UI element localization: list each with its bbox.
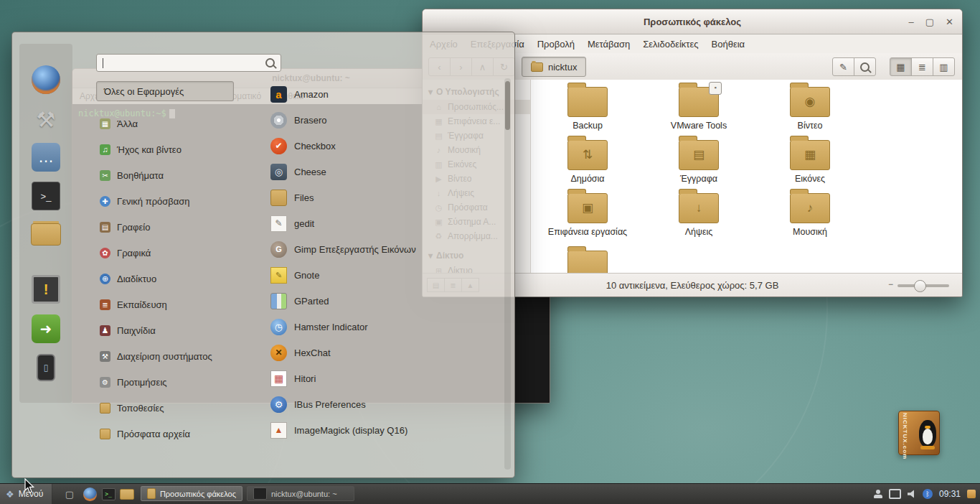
category-recent-files[interactable]: Πρόσφατα αρχεία bbox=[100, 423, 261, 444]
folder-emblem-icon: ♪ bbox=[791, 194, 829, 223]
menu-go[interactable]: Μετάβαση bbox=[588, 39, 630, 50]
folder-icon: ⇅ bbox=[567, 140, 608, 170]
terminal-launcher-button[interactable]: >_ bbox=[100, 487, 116, 501]
menu-bookmarks[interactable]: Σελιδοδείκτες bbox=[643, 39, 698, 50]
tray-extra-icon[interactable] bbox=[967, 490, 976, 498]
maximize-icon[interactable]: ▢ bbox=[925, 17, 934, 27]
folder-emblem-icon: ▦ bbox=[791, 141, 829, 169]
folder-item[interactable]: ▤ Έγγραφα bbox=[645, 140, 753, 184]
minimize-icon[interactable]: – bbox=[909, 17, 914, 27]
app-icon: ▦ bbox=[270, 370, 287, 387]
scrollbar[interactable] bbox=[504, 78, 511, 470]
terminal-launcher[interactable]: >_ bbox=[30, 180, 62, 212]
app-item-gnote[interactable]: ✎Gnote bbox=[270, 264, 507, 286]
menu-view[interactable]: Προβολή bbox=[537, 39, 575, 50]
search-icon bbox=[860, 62, 870, 72]
zoom-out-icon[interactable]: − bbox=[888, 279, 893, 289]
category-graphics[interactable]: ✿Γραφικά bbox=[100, 242, 261, 263]
edit-location-button[interactable]: ✎ bbox=[832, 57, 854, 76]
app-item-checkbox[interactable]: ✔Checkbox bbox=[270, 135, 507, 157]
folder-item[interactable]: Backup bbox=[534, 87, 641, 131]
logout-launcher[interactable]: ➜ bbox=[30, 313, 62, 345]
category-icon: ≣ bbox=[100, 299, 110, 310]
category-icon: ⚒ bbox=[100, 351, 110, 362]
app-icon: G bbox=[270, 241, 287, 258]
folder-icon bbox=[567, 87, 608, 117]
app-item-gimp[interactable]: GGimp Επεξεργαστής Εικόνων bbox=[270, 238, 507, 260]
category-sound-video[interactable]: ♫Ήχος και βίντεο bbox=[100, 139, 261, 160]
tools-launcher[interactable]: ⚒ bbox=[30, 103, 62, 135]
devices-launcher[interactable]: ▯ bbox=[30, 352, 62, 383]
app-item-gparted[interactable]: GParted bbox=[270, 290, 507, 312]
browser-launcher[interactable] bbox=[30, 64, 62, 95]
volume-indicator-icon[interactable] bbox=[908, 490, 916, 498]
app-item-amazon[interactable]: aAmazon bbox=[270, 83, 507, 105]
scrollbar-thumb[interactable] bbox=[505, 81, 510, 130]
app-item-hitori[interactable]: ▦Hitori bbox=[270, 368, 507, 389]
firefox-icon bbox=[32, 65, 60, 94]
window-title: Προσωπικός φάκελος bbox=[644, 17, 741, 27]
folder-item[interactable]: ⇅ Δημόσια bbox=[534, 140, 641, 184]
category-games[interactable]: ♟Παιχνίδια bbox=[100, 319, 261, 341]
app-icon: ◎ bbox=[270, 164, 287, 180]
folder-icon bbox=[31, 223, 61, 246]
app-icon bbox=[270, 112, 287, 129]
all-applications-button[interactable]: Όλες οι Εφαρμογές bbox=[96, 81, 234, 101]
clock[interactable]: 09:31 bbox=[939, 489, 961, 499]
path-bar-button[interactable]: nicktux bbox=[522, 57, 586, 77]
category-universal-access[interactable]: ✚Γενική πρόσβαση bbox=[100, 190, 261, 212]
category-icon: ▦ bbox=[100, 118, 110, 129]
display-settings-launcher[interactable]: ! bbox=[30, 274, 62, 305]
taskbar-window-file-manager[interactable]: Προσωπικός φάκελος bbox=[141, 486, 242, 501]
folder-item[interactable]: ♪ Μουσική bbox=[756, 193, 864, 237]
messenger-launcher[interactable]: … bbox=[30, 141, 62, 173]
folder-item[interactable]: ↓ Λήψεις bbox=[645, 193, 753, 237]
search-button[interactable] bbox=[854, 57, 876, 76]
folder-item[interactable]: ◉ Βίντεο bbox=[756, 87, 864, 131]
category-system-admin[interactable]: ⚒Διαχείριση συστήματος bbox=[100, 345, 261, 367]
app-item-ibus[interactable]: ⚙IBus Preferences bbox=[270, 393, 507, 415]
app-item-hexchat[interactable]: ✕HexChat bbox=[270, 342, 507, 363]
zoom-slider-thumb[interactable] bbox=[914, 280, 926, 292]
category-other[interactable]: ▦Άλλα bbox=[100, 113, 261, 134]
category-preferences[interactable]: ⚙Προτιμήσεις bbox=[100, 371, 261, 393]
display-indicator-icon[interactable] bbox=[889, 489, 901, 499]
category-accessories[interactable]: ✂Βοηθήματα bbox=[100, 164, 261, 186]
folder-item[interactable]: ▪ VMware Tools bbox=[645, 87, 753, 131]
category-places[interactable]: Τοποθεσίες bbox=[100, 397, 261, 419]
app-icon: ◷ bbox=[270, 319, 287, 335]
close-icon[interactable]: ✕ bbox=[946, 17, 953, 27]
category-education[interactable]: ≣Εκπαίδευση bbox=[100, 294, 261, 315]
category-icon: ⚙ bbox=[100, 377, 110, 388]
compact-view-button[interactable]: ▥ bbox=[933, 57, 955, 76]
category-icon: ♫ bbox=[100, 144, 110, 155]
app-item-gedit[interactable]: ✎gedit bbox=[270, 213, 507, 234]
folder-icon: ▤ bbox=[679, 140, 719, 170]
category-internet[interactable]: ⊕Διαδίκτυο bbox=[100, 268, 261, 289]
list-view-button[interactable]: ≣ bbox=[911, 57, 933, 76]
file-manager-launcher-button[interactable] bbox=[119, 487, 135, 501]
folder-item[interactable]: ▦ Εικόνες bbox=[756, 140, 864, 184]
show-desktop-button[interactable]: ▢ bbox=[62, 487, 77, 501]
firefox-launcher-button[interactable] bbox=[82, 487, 98, 501]
menu-help[interactable]: Βοήθεια bbox=[712, 39, 745, 50]
category-office[interactable]: ▤Γραφείο bbox=[100, 216, 261, 238]
bluetooth-indicator-icon[interactable]: ᛒ bbox=[923, 489, 933, 499]
taskbar-window-terminal[interactable]: nicktux@ubuntu: ~ bbox=[247, 486, 354, 501]
folder-icon: ▦ bbox=[790, 140, 830, 170]
search-input[interactable] bbox=[96, 54, 281, 72]
icon-view-button[interactable]: ▦ bbox=[890, 57, 912, 76]
file-manager-titlebar[interactable]: Προσωπικός φάκελος – ▢ ✕ bbox=[423, 9, 962, 34]
app-item-files[interactable]: Files bbox=[270, 187, 507, 208]
app-item-cheese[interactable]: ◎Cheese bbox=[270, 161, 507, 182]
app-item-brasero[interactable]: Brasero bbox=[270, 109, 507, 131]
app-item-hamster[interactable]: ◷Hamster Indicator bbox=[270, 316, 507, 337]
folder-emblem-icon bbox=[568, 88, 607, 116]
user-indicator-icon[interactable] bbox=[874, 490, 882, 498]
taskbar-panel: ❖ Μενού ▢ >_ Προσωπικός φάκελος nicktux@… bbox=[0, 483, 980, 504]
app-item-imagemagick[interactable]: ▲ImageMagick (display Q16) bbox=[270, 419, 507, 441]
folder-item-clipped[interactable] bbox=[534, 251, 641, 274]
folder-item[interactable]: ▣ Επιφάνεια εργασίας bbox=[534, 193, 641, 237]
file-manager-launcher[interactable] bbox=[30, 218, 62, 250]
folder-emblem-icon: ⇅ bbox=[568, 141, 607, 169]
